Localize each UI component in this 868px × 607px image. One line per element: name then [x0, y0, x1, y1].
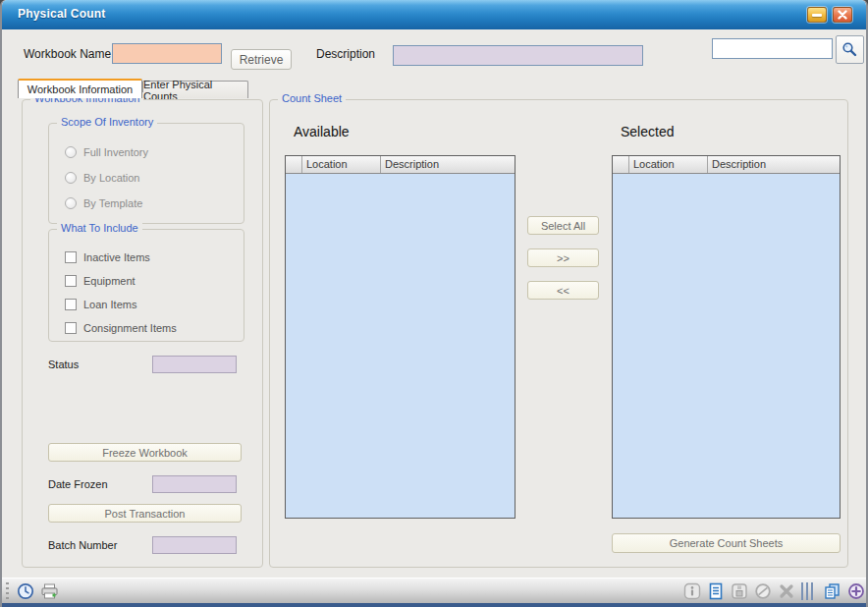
batch-number-field[interactable]	[152, 536, 237, 554]
row-selector-column	[613, 156, 629, 173]
clock-icon-button[interactable]	[16, 581, 35, 601]
printer-icon	[40, 582, 59, 600]
freeze-workbook-button[interactable]: Freeze Workbook	[48, 443, 242, 462]
date-frozen-label: Date Frozen	[48, 478, 108, 490]
close-icon	[838, 10, 847, 20]
copy-button[interactable]	[822, 581, 841, 601]
radio-label: Full Inventory	[83, 146, 148, 158]
available-grid-header: Location Description	[286, 156, 515, 174]
available-grid[interactable]: Location Description	[285, 155, 515, 519]
info-icon	[683, 582, 701, 600]
what-to-include-group: What To Include Inactive Items Equipment…	[48, 229, 244, 342]
minimize-button[interactable]	[807, 7, 827, 23]
cancel-icon	[754, 582, 772, 600]
count-sheet-group-title: Count Sheet	[278, 92, 346, 104]
selected-heading: Selected	[621, 124, 674, 139]
close-record-button[interactable]	[777, 581, 796, 601]
checkbox-icon	[65, 299, 77, 310]
radio-label: By Template	[83, 197, 142, 209]
radio-icon	[65, 197, 77, 209]
include-group-title: What To Include	[57, 222, 142, 234]
copy-icon	[823, 582, 841, 600]
status-field[interactable]	[152, 356, 237, 373]
tab-enter-physical-counts[interactable]: Enter Physical Counts	[142, 81, 248, 98]
move-left-button[interactable]: <<	[527, 281, 599, 300]
add-icon	[847, 582, 865, 600]
description-label: Description	[316, 47, 375, 61]
close-x-icon	[778, 582, 795, 600]
window-title: Physical Count	[18, 7, 105, 21]
workbook-name-input[interactable]	[112, 43, 222, 64]
document-icon	[707, 582, 725, 600]
generate-count-sheets-button[interactable]: Generate Count Sheets	[612, 533, 841, 553]
radio-label: By Location	[83, 172, 139, 184]
tab-label: Enter Physical Counts	[143, 79, 247, 102]
selected-grid-body[interactable]	[613, 174, 840, 518]
close-button[interactable]	[833, 7, 852, 23]
post-transaction-button[interactable]: Post Transaction	[48, 504, 242, 523]
checkbox-icon	[65, 251, 77, 263]
toolbar-grip-icon[interactable]	[6, 582, 9, 600]
toolbar-grip-icon[interactable]	[801, 582, 815, 600]
radio-by-location[interactable]: By Location	[65, 171, 139, 185]
description-column-header[interactable]: Description	[381, 156, 515, 173]
workbook-name-label: Workbook Name	[24, 47, 111, 61]
print-button[interactable]	[39, 581, 59, 601]
checkbox-inactive-items[interactable]: Inactive Items	[65, 250, 150, 264]
physical-count-window: Physical Count Workbook Name Retrieve De…	[0, 0, 868, 607]
radio-full-inventory[interactable]: Full Inventory	[65, 145, 148, 159]
tab-workbook-information[interactable]: Workbook Information	[18, 79, 142, 98]
workbook-information-group: Workbook Information Scope Of Inventory …	[22, 99, 263, 568]
checkbox-icon	[65, 322, 77, 334]
checkbox-label: Loan Items	[83, 299, 136, 310]
retrieve-button[interactable]: Retrieve	[231, 49, 292, 70]
clock-icon	[17, 582, 34, 600]
tab-label: Workbook Information	[27, 83, 133, 95]
scope-group-title: Scope Of Inventory	[57, 116, 157, 128]
count-sheet-group: Count Sheet Available Location Descripti…	[269, 99, 848, 568]
select-all-button[interactable]: Select All	[527, 216, 599, 235]
available-grid-body[interactable]	[286, 174, 515, 518]
checkbox-consignment-items[interactable]: Consignment Items	[65, 321, 177, 335]
radio-icon	[65, 146, 77, 158]
checkbox-label: Inactive Items	[83, 251, 150, 263]
title-bar[interactable]: Physical Count	[2, 0, 866, 29]
checkbox-label: Equipment	[83, 275, 136, 287]
available-heading: Available	[294, 124, 350, 139]
radio-by-template[interactable]: By Template	[65, 196, 142, 210]
checkbox-label: Consignment Items	[83, 322, 177, 334]
search-icon	[841, 41, 858, 58]
new-document-button[interactable]	[706, 581, 726, 601]
checkbox-equipment[interactable]: Equipment	[65, 274, 136, 288]
radio-icon	[65, 172, 77, 184]
status-bar	[2, 578, 866, 607]
selected-grid-header: Location Description	[613, 156, 840, 174]
batch-number-label: Batch Number	[48, 539, 117, 551]
search-input[interactable]	[712, 38, 833, 59]
checkbox-icon	[65, 275, 77, 287]
add-button[interactable]	[846, 581, 866, 601]
info-button[interactable]	[682, 581, 702, 601]
search-button[interactable]	[836, 35, 864, 64]
move-right-button[interactable]: >>	[527, 248, 599, 267]
save-button[interactable]	[730, 581, 749, 601]
minimize-icon	[812, 14, 822, 17]
status-label: Status	[48, 359, 79, 370]
description-input[interactable]	[393, 45, 643, 66]
description-column-header[interactable]: Description	[708, 156, 840, 173]
location-column-header[interactable]: Location	[302, 156, 381, 173]
scope-of-inventory-group: Scope Of Inventory Full Inventory By Loc…	[48, 123, 244, 224]
checkbox-loan-items[interactable]: Loan Items	[65, 298, 136, 311]
row-selector-column	[286, 156, 302, 173]
date-frozen-field[interactable]	[152, 475, 237, 493]
location-column-header[interactable]: Location	[629, 156, 708, 173]
selected-grid[interactable]: Location Description	[612, 155, 841, 519]
save-icon	[731, 582, 748, 600]
cancel-button[interactable]	[753, 581, 773, 601]
